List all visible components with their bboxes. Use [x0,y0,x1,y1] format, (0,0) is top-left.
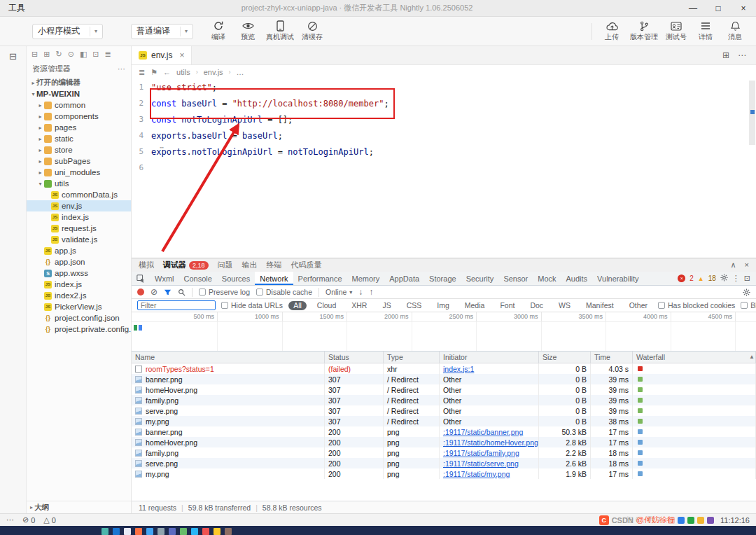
filter-pill-xhr[interactable]: XHR [346,301,372,310]
taskbar-app-icon[interactable] [202,528,209,535]
code-line[interactable]: 6 [132,160,756,176]
devtools-tab-sensor[interactable]: Sensor [498,272,533,285]
network-row[interactable]: serve.png200png:19117/static/serve.png2.… [132,458,756,468]
devtools-tab-vulnerability[interactable]: Vulnerability [592,272,644,285]
network-row[interactable]: roomTypes?status=1(failed)xhrindex.js:10… [132,363,756,374]
filter-pill-ws[interactable]: WS [554,301,575,310]
has-blocked-cookies-checkbox[interactable]: Has blocked cookies [658,301,735,310]
taskbar-app-icon[interactable] [124,528,131,535]
network-row[interactable]: my.png307/ RedirectOther0 B38 ms [132,416,756,426]
network-row[interactable]: banner.png307/ RedirectOther0 B39 ms [132,374,756,384]
warning-count[interactable]: 18 [708,275,716,282]
kebab-menu-icon[interactable]: ⋮ [732,274,740,283]
close-tab-icon[interactable]: × [179,50,184,60]
devtools-tab-memory[interactable]: Memory [347,272,385,285]
disable-cache-checkbox[interactable]: Disable cache [256,288,312,296]
blocked-requests-checkbox[interactable]: Blocked Requests [741,301,756,310]
filter-pill-media[interactable]: Media [460,301,490,310]
tree-item-mp-weixin[interactable]: ▾MP-WEIXIN [27,88,131,99]
code-line[interactable]: 2const baseUrl = "http://localhost:8080/… [132,95,756,111]
column-header-size[interactable]: Size [539,352,591,363]
menu-tools[interactable]: 工具 [0,0,34,16]
tree-item-request.js[interactable]: JSrequest.js [27,223,131,234]
initiator-link[interactable]: :19117/static/my.png [443,470,510,478]
tree-item-index.js[interactable]: JSindex.js [27,211,131,223]
taskbar-app-icon[interactable] [113,528,120,535]
layout-icon[interactable]: ◧ [80,50,87,59]
close-panel-icon[interactable]: × [745,260,749,270]
devtools-tab-sources[interactable]: Sources [217,272,255,285]
network-row[interactable]: homeHover.png307/ RedirectOther0 B39 ms [132,384,756,395]
inspect-icon[interactable] [132,275,150,283]
tree-item-app.json[interactable]: {}app.json [27,256,131,268]
tree-item--[interactable]: ▸打开的编辑器 [27,77,131,88]
hide-data-urls-checkbox[interactable]: Hide data URLs [221,301,283,310]
panel-tab--[interactable]: 调试器2,18 [163,260,209,270]
search-icon[interactable] [178,289,186,296]
version-manage-button[interactable]: 版本管理 [627,18,661,46]
mode-select[interactable]: 小程序模式 ▾ [32,24,103,39]
initiator-link[interactable]: :19117/static/family.png [443,449,519,457]
network-overview[interactable] [132,322,756,352]
code-area[interactable]: 1"use strict";2const baseUrl = "http://l… [132,79,756,258]
tree-item-validate.js[interactable]: JSvalidate.js [27,234,131,245]
breadcrumb-item[interactable]: utils [176,68,190,76]
preserve-log-checkbox[interactable]: Preserve log [199,288,250,296]
tree-item-utils[interactable]: ▾utils [27,178,131,189]
upload-button[interactable]: 上传 [598,18,626,46]
filter-pill-js[interactable]: JS [377,301,396,310]
minimize-button[interactable]: — [680,0,706,16]
status-plugin-icon[interactable] [687,517,694,524]
column-header-type[interactable]: Type [384,352,440,363]
close-button[interactable]: × [731,0,756,16]
panel-tab--[interactable]: 输出 [242,260,258,270]
tree-item-app.wxss[interactable]: Sapp.wxss [27,268,131,279]
network-row[interactable]: family.png307/ RedirectOther0 B39 ms [132,395,756,405]
test-account-button[interactable]: 测试号 [662,18,690,46]
tree-item-static[interactable]: ▸static [27,133,131,144]
editor-tab-envjs[interactable]: JS env.js × [132,46,192,64]
panel-tab--[interactable]: 代码质量 [291,260,322,270]
tree-item-app.js[interactable]: JSapp.js [27,245,131,256]
taskbar-app-icon[interactable] [158,528,164,535]
search-icon[interactable]: ⊙ [68,50,74,59]
throttling-select[interactable]: Online ▾ [326,288,352,296]
messages-button[interactable]: 消息 [721,18,749,46]
filter-pill-all[interactable]: All [288,301,307,310]
tree-item-components[interactable]: ▸components [27,111,131,122]
refresh-icon[interactable]: ↻ [55,50,62,59]
clear-icon[interactable]: ⊘ [150,287,158,297]
device-debug-button[interactable]: 真机调试 [263,18,297,46]
breadcrumb-item[interactable]: env.js [204,68,223,76]
record-icon[interactable] [137,289,144,296]
clear-cache-button[interactable]: 清缓存 [298,18,326,46]
network-row[interactable]: homeHover.png200png:19117/static/homeHov… [132,437,756,447]
tree-item-commondata.js[interactable]: JScommonData.js [27,189,131,200]
collapse-panel-icon[interactable]: ∧ [731,260,736,270]
import-har-icon[interactable]: ↓ [358,287,363,297]
tree-item-index2.js[interactable]: JSindex2.js [27,290,131,301]
devtools-tab-network[interactable]: Network [255,272,293,285]
network-row[interactable]: serve.png307/ RedirectOther0 B39 ms [132,405,756,416]
maximize-button[interactable]: □ [706,0,731,16]
back-icon[interactable]: ← [163,68,171,76]
filter-pill-cloud[interactable]: Cloud [312,301,341,310]
network-filter-input[interactable] [137,300,216,310]
tree-item-subpages[interactable]: ▸subPages [27,155,131,167]
tree-item-pages[interactable]: ▸pages [27,122,131,133]
editor-more-icon[interactable]: ⋯ [738,50,746,60]
devtools-tab-console[interactable]: Console [179,272,217,285]
code-line[interactable]: 3const notToLoginApiUrl = []; [132,111,756,127]
taskbar-app-icon[interactable] [135,528,142,535]
devtools-tab-mock[interactable]: Mock [533,272,561,285]
initiator-link[interactable]: :19117/static/banner.png [443,428,523,436]
preview-button[interactable]: 预览 [234,18,262,46]
panel-tab--[interactable]: 问题 [218,260,233,270]
taskbar-app-icon[interactable] [146,528,153,535]
devtools-tab-performance[interactable]: Performance [293,272,347,285]
devtools-tab-security[interactable]: Security [461,272,499,285]
tree-item-project.private.config.js-[interactable]: {}project.private.config.js… [27,324,131,335]
status-plugin-icon[interactable] [707,517,714,524]
tree-item-env.js[interactable]: JSenv.js [27,200,131,211]
filter-pill-css[interactable]: CSS [402,301,427,310]
